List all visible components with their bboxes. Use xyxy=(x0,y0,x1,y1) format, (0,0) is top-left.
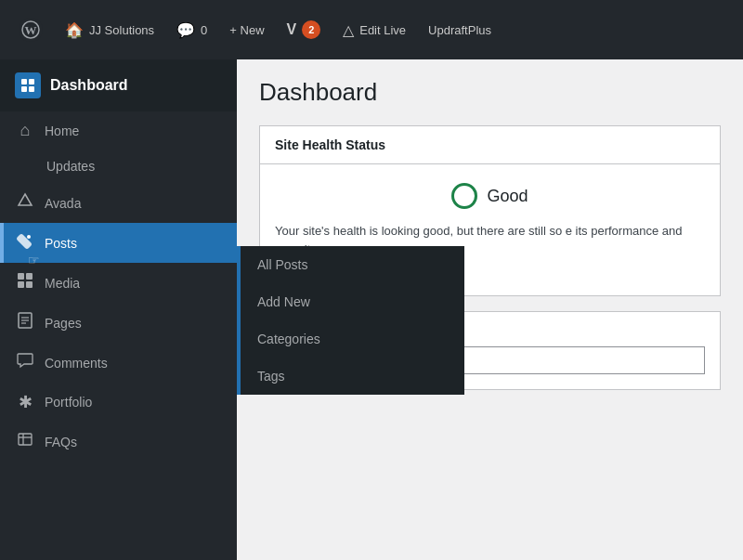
svg-rect-3 xyxy=(29,79,34,85)
sidebar-item-media[interactable]: Media xyxy=(0,263,237,303)
edit-live-label: Edit Live xyxy=(359,23,406,37)
house-icon: 🏠 xyxy=(65,21,84,39)
wp-logo-icon: W xyxy=(19,18,43,42)
updraftplus-label: UpdraftPlus xyxy=(428,23,491,37)
svg-text:W: W xyxy=(25,23,37,37)
sidebar-label-comments: Comments xyxy=(45,356,108,371)
comments-button[interactable]: 💬 0 xyxy=(167,16,216,45)
new-content-button[interactable]: + New xyxy=(220,18,273,43)
submenu-tags[interactable]: Tags xyxy=(241,358,464,395)
wp-logo-button[interactable]: W xyxy=(9,12,52,47)
media-icon xyxy=(15,272,35,293)
svg-rect-8 xyxy=(18,273,24,280)
home-icon: ⌂ xyxy=(15,121,35,140)
comments-count: 0 xyxy=(201,23,207,37)
sidebar: Dashboard ⌂ Home Updates Avada xyxy=(0,59,237,560)
svg-rect-4 xyxy=(21,86,27,92)
health-status: Good xyxy=(275,183,705,209)
sidebar-item-faqs[interactable]: FAQs xyxy=(0,422,237,462)
health-status-label: Good xyxy=(487,187,528,206)
avada-icon xyxy=(15,192,35,214)
svg-rect-10 xyxy=(18,281,24,288)
sidebar-item-portfolio[interactable]: ✱ Portfolio xyxy=(0,383,237,422)
sidebar-label-updates: Updates xyxy=(46,159,95,174)
notifications-badge: 2 xyxy=(302,20,320,39)
faqs-icon xyxy=(15,431,35,452)
site-name-label: JJ Solutions xyxy=(89,23,154,37)
sidebar-label-media: Media xyxy=(45,276,80,291)
sidebar-item-home[interactable]: ⌂ Home xyxy=(0,111,237,150)
comments-icon: 💬 xyxy=(176,21,195,39)
posts-submenu: All Posts Add New Categories Tags xyxy=(237,246,464,395)
dashboard-icon xyxy=(15,72,41,98)
sidebar-label-home: Home xyxy=(45,124,79,138)
comments-sidebar-icon xyxy=(15,352,35,373)
portfolio-icon: ✱ xyxy=(15,392,35,412)
svg-rect-16 xyxy=(19,434,32,445)
svg-rect-9 xyxy=(26,273,33,280)
sidebar-label-portfolio: Portfolio xyxy=(45,395,92,410)
sidebar-title: Dashboard xyxy=(50,77,128,94)
sidebar-item-pages[interactable]: Pages xyxy=(0,303,237,343)
new-label: + New xyxy=(229,23,264,37)
visual-composer-icon: V xyxy=(287,21,297,38)
posts-icon xyxy=(15,232,35,254)
sidebar-item-avada[interactable]: Avada xyxy=(0,183,237,223)
svg-rect-2 xyxy=(21,79,27,85)
updraftplus-button[interactable]: UpdraftPlus xyxy=(419,18,501,43)
edit-live-icon: △ xyxy=(343,21,354,39)
svg-rect-11 xyxy=(26,281,33,288)
sidebar-label-faqs: FAQs xyxy=(45,435,77,449)
svg-rect-5 xyxy=(29,86,34,92)
health-circle-icon xyxy=(451,183,477,209)
submenu-all-posts[interactable]: All Posts xyxy=(241,246,464,283)
edit-live-button[interactable]: △ Edit Live xyxy=(333,16,415,45)
admin-bar: W 🏠 JJ Solutions 💬 0 + New V 2 △ Edit Li… xyxy=(0,0,743,59)
visual-composer-button[interactable]: V 2 xyxy=(278,15,331,45)
svg-marker-6 xyxy=(19,194,32,205)
sidebar-label-pages: Pages xyxy=(45,316,82,331)
site-health-title: Site Health Status xyxy=(260,126,720,164)
sidebar-header[interactable]: Dashboard xyxy=(0,59,237,111)
sidebar-label-avada: Avada xyxy=(45,196,81,211)
sidebar-item-posts[interactable]: Posts ☞ xyxy=(0,223,237,263)
svg-point-7 xyxy=(27,235,31,239)
submenu-add-new[interactable]: Add New xyxy=(241,283,464,320)
pages-icon xyxy=(15,312,35,333)
sidebar-label-posts: Posts xyxy=(45,236,77,251)
sidebar-item-updates[interactable]: Updates xyxy=(0,150,237,183)
page-title: Dashboard xyxy=(259,78,721,107)
site-name-button[interactable]: 🏠 JJ Solutions xyxy=(56,16,163,45)
submenu-categories[interactable]: Categories xyxy=(241,320,464,358)
sidebar-item-comments[interactable]: Comments xyxy=(0,343,237,383)
